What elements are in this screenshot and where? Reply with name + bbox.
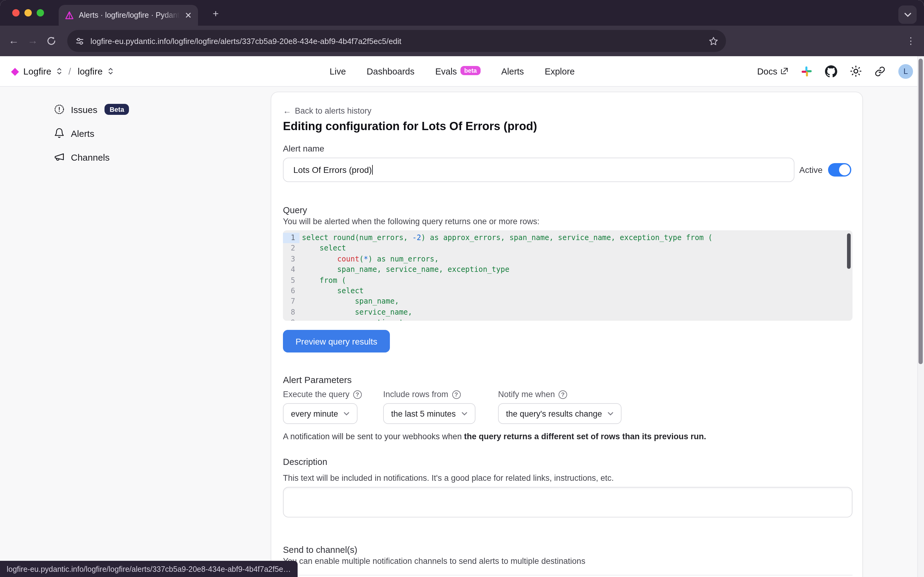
browser-window: Alerts · logfire/logfire · Pydanti ✕ + ←… bbox=[0, 0, 924, 577]
tab-search-chevron-button[interactable] bbox=[898, 5, 917, 24]
org-selector[interactable]: Logfire bbox=[23, 66, 51, 76]
sidebar: Issues Beta Alerts Channels bbox=[54, 104, 129, 163]
sidebar-item-channels[interactable]: Channels bbox=[54, 152, 129, 163]
code-line: 9 exception_type bbox=[283, 318, 853, 321]
tab-title: Alerts · logfire/logfire · Pydanti bbox=[79, 11, 180, 19]
alert-edit-card: ← Back to alerts history Editing configu… bbox=[271, 92, 863, 577]
line-number: 1 bbox=[283, 233, 300, 243]
channels-hint: You can enable multiple notification cha… bbox=[283, 556, 851, 566]
code-line: 8 service_name, bbox=[283, 307, 853, 318]
notify-when-label: Notify me when ? bbox=[498, 390, 632, 399]
docs-link[interactable]: Docs bbox=[757, 66, 789, 76]
url-text[interactable]: logfire-eu.pydantic.info/logfire/logfire… bbox=[90, 36, 703, 45]
project-selector[interactable]: logfire bbox=[77, 66, 103, 76]
browser-tab[interactable]: Alerts · logfire/logfire · Pydanti ✕ bbox=[59, 5, 198, 26]
evals-beta-badge: beta bbox=[460, 66, 481, 75]
external-link-icon bbox=[780, 67, 789, 75]
code-lines: 1select round(num_errors, -2) as approx_… bbox=[283, 233, 853, 321]
browser-toolbar: ← → logfire-eu.pydantic.info/logfire/log… bbox=[0, 26, 924, 56]
active-toggle[interactable] bbox=[828, 163, 851, 177]
light-mode-sun-icon[interactable] bbox=[850, 65, 862, 77]
back-arrow-icon: ← bbox=[283, 106, 291, 116]
sidebar-item-label: Issues bbox=[71, 104, 97, 114]
description-textarea[interactable] bbox=[283, 487, 853, 517]
code-line: 4 span_name, service_name, exception_typ… bbox=[283, 264, 853, 275]
header-actions: Docs bbox=[757, 64, 913, 79]
line-number: 4 bbox=[283, 264, 300, 275]
project-selector-chevrons-icon[interactable] bbox=[108, 68, 113, 74]
line-number: 7 bbox=[283, 297, 300, 307]
preview-query-results-button[interactable]: Preview query results bbox=[283, 330, 390, 353]
browser-menu-kebab-icon[interactable]: ⋮ bbox=[906, 35, 916, 47]
alert-circle-icon bbox=[54, 104, 65, 115]
share-link-icon[interactable] bbox=[874, 66, 885, 77]
alert-parameters-title: Alert Parameters bbox=[283, 374, 851, 385]
back-icon[interactable]: ← bbox=[8, 35, 19, 47]
logfire-favicon bbox=[65, 11, 74, 20]
query-code-editor[interactable]: 1select round(num_errors, -2) as approx_… bbox=[283, 230, 853, 321]
query-label: Query bbox=[283, 205, 851, 215]
status-bar-url: logfire-eu.pydantic.info/logfire/logfire… bbox=[0, 561, 298, 577]
scrollbar-thumb[interactable] bbox=[919, 59, 923, 364]
description-title: Description bbox=[283, 457, 851, 467]
sidebar-item-issues[interactable]: Issues Beta bbox=[54, 104, 129, 115]
page-scrollbar[interactable] bbox=[917, 56, 924, 577]
include-rows-select[interactable]: the last 5 minutes bbox=[383, 403, 476, 424]
tab-close-icon[interactable]: ✕ bbox=[185, 11, 192, 19]
section-divider bbox=[283, 575, 853, 575]
execute-query-label: Execute the query ? bbox=[283, 390, 383, 399]
alert-name-input[interactable]: Lots Of Errors (prod) bbox=[283, 158, 795, 182]
include-rows-label: Include rows from ? bbox=[383, 390, 498, 399]
nav-evals[interactable]: Evalsbeta bbox=[435, 66, 481, 76]
nav-dashboards[interactable]: Dashboards bbox=[367, 66, 414, 76]
code-line: 2 select bbox=[283, 243, 853, 254]
breadcrumb: ◆ Logfire / logfire bbox=[11, 66, 113, 76]
alert-name-label: Alert name bbox=[283, 143, 851, 153]
site-settings-icon[interactable] bbox=[74, 36, 85, 46]
bookmark-star-icon[interactable] bbox=[708, 36, 719, 46]
line-number: 3 bbox=[283, 254, 300, 265]
close-window-button[interactable] bbox=[12, 9, 19, 16]
sidebar-item-alerts[interactable]: Alerts bbox=[54, 128, 129, 139]
code-scrollbar[interactable] bbox=[847, 234, 851, 269]
window-controls[interactable] bbox=[12, 9, 44, 16]
forward-icon[interactable]: → bbox=[27, 35, 38, 47]
logfire-logo-icon: ◆ bbox=[11, 66, 19, 76]
chevron-down-icon bbox=[608, 412, 614, 416]
nav-live[interactable]: Live bbox=[330, 66, 346, 76]
code-line: 7 span_name, bbox=[283, 297, 853, 307]
notify-when-select[interactable]: the query's results change bbox=[498, 403, 621, 424]
back-to-alerts-link[interactable]: ← Back to alerts history bbox=[283, 106, 851, 116]
zoom-window-button[interactable] bbox=[37, 9, 44, 16]
main-nav: Live Dashboards Evalsbeta Alerts Explore bbox=[330, 66, 575, 76]
nav-alerts[interactable]: Alerts bbox=[501, 66, 524, 76]
help-icon[interactable]: ? bbox=[452, 390, 460, 399]
execute-query-select[interactable]: every minute bbox=[283, 403, 358, 424]
tab-strip: Alerts · logfire/logfire · Pydanti ✕ + bbox=[0, 0, 924, 26]
reload-icon[interactable] bbox=[47, 36, 56, 46]
help-icon[interactable]: ? bbox=[353, 390, 362, 399]
slack-icon[interactable] bbox=[801, 66, 812, 77]
page-title: Editing configuration for Lots Of Errors… bbox=[283, 120, 851, 133]
github-icon[interactable] bbox=[825, 65, 837, 77]
line-number: 9 bbox=[283, 318, 300, 321]
user-avatar[interactable]: L bbox=[898, 64, 913, 79]
org-selector-chevrons-icon[interactable] bbox=[57, 68, 62, 74]
active-label: Active bbox=[799, 165, 822, 175]
chevron-down-icon bbox=[461, 412, 468, 416]
code-line: 6 select bbox=[283, 286, 853, 297]
app-header: ◆ Logfire / logfire Live Dashboards Eval… bbox=[0, 56, 924, 87]
nav-explore[interactable]: Explore bbox=[545, 66, 575, 76]
url-bar[interactable]: logfire-eu.pydantic.info/logfire/logfire… bbox=[67, 30, 726, 52]
code-line: 5 from ( bbox=[283, 275, 853, 286]
alert-name-value: Lots Of Errors (prod) bbox=[293, 165, 372, 175]
breadcrumb-separator: / bbox=[68, 66, 71, 76]
megaphone-icon bbox=[54, 152, 65, 163]
line-number: 8 bbox=[283, 307, 300, 318]
channels-title: Send to channel(s) bbox=[283, 545, 851, 555]
minimize-window-button[interactable] bbox=[24, 9, 32, 16]
code-line: 1select round(num_errors, -2) as approx_… bbox=[283, 233, 853, 243]
help-icon[interactable]: ? bbox=[558, 390, 567, 399]
sidebar-item-label: Channels bbox=[71, 152, 110, 162]
new-tab-button[interactable]: + bbox=[213, 8, 219, 19]
